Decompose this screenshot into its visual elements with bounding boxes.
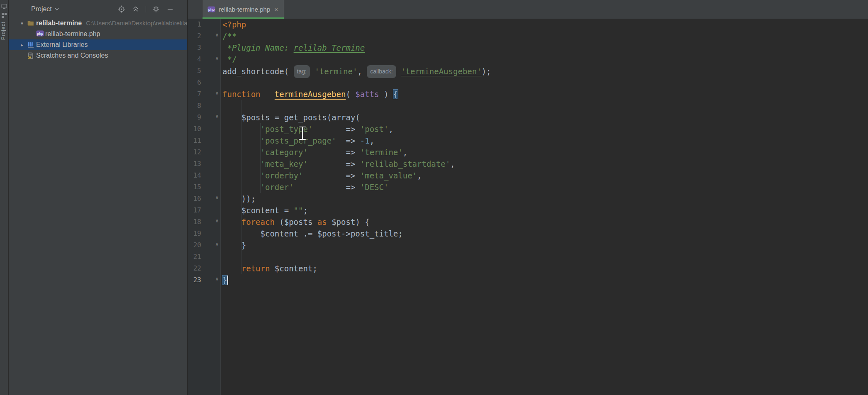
tree-item-relilab-termine-php[interactable]: phprelilab-termine.php bbox=[9, 29, 187, 39]
code-token: )); bbox=[222, 194, 256, 203]
code-token: , bbox=[370, 136, 374, 145]
code-line-14[interactable]: 'orderby' => 'meta_value', bbox=[221, 170, 868, 181]
fold-expand-icon[interactable]: ∨ bbox=[214, 90, 220, 96]
chevron-expanded-icon[interactable]: ▾ bbox=[19, 20, 25, 27]
line-number: 5 bbox=[188, 67, 201, 75]
line-number: 13 bbox=[188, 160, 201, 168]
code-line-3[interactable]: *Plugin Name: relilab Termine bbox=[221, 42, 868, 54]
editor-tab-bar: php relilab-termine.php × bbox=[188, 0, 868, 19]
code-line-6[interactable] bbox=[221, 77, 868, 88]
code-line-16[interactable]: )); bbox=[221, 193, 868, 205]
code-line-11[interactable]: 'posts_per_page' => -1, bbox=[221, 135, 868, 146]
line-number: 20 bbox=[188, 241, 201, 249]
scratch-icon bbox=[27, 52, 34, 59]
stripe-icon-top[interactable] bbox=[1, 3, 7, 9]
fold-end-icon[interactable]: ∧ bbox=[214, 276, 220, 282]
code-token: relilab Termine bbox=[294, 43, 365, 52]
project-panel-header: Project bbox=[9, 0, 187, 19]
code-line-4[interactable]: */ bbox=[221, 54, 868, 65]
code-line-15[interactable]: 'order' => 'DESC' bbox=[221, 181, 868, 193]
code-line-12[interactable]: 'category' => 'termine', bbox=[221, 146, 868, 158]
ide-window: Project Project bbox=[0, 0, 868, 395]
line-number: 9 bbox=[188, 113, 201, 121]
code-line-19[interactable]: $content .= $post->post_title; bbox=[221, 228, 868, 239]
code-token: 'meta_value' bbox=[360, 171, 417, 180]
chevron-collapsed-icon[interactable]: ▸ bbox=[19, 41, 25, 48]
gutter-line-18: 18∨ bbox=[188, 216, 221, 228]
text-cursor-pointer bbox=[297, 125, 308, 141]
locate-file-icon[interactable] bbox=[117, 5, 126, 13]
code-token bbox=[294, 183, 346, 192]
settings-gear-icon[interactable] bbox=[152, 5, 160, 13]
code-line-22[interactable]: return $content; bbox=[221, 263, 868, 274]
code-token bbox=[312, 124, 346, 134]
code-token: => bbox=[346, 183, 360, 192]
line-number: 1 bbox=[188, 20, 201, 28]
code-token: , bbox=[357, 67, 367, 76]
fold-end-icon[interactable]: ∧ bbox=[214, 241, 220, 247]
code-token bbox=[396, 67, 401, 76]
code-line-1[interactable]: <?php bbox=[221, 19, 868, 30]
project-panel-title: Project bbox=[31, 5, 52, 13]
line-number: 12 bbox=[188, 148, 201, 156]
gutter-line-22: 22 bbox=[188, 263, 221, 274]
tree-item-external-libraries[interactable]: ▸External Libraries bbox=[9, 39, 187, 50]
line-number: 21 bbox=[188, 253, 201, 261]
fold-expand-icon[interactable]: ∨ bbox=[214, 218, 220, 224]
stripe-icon-grid[interactable] bbox=[1, 12, 7, 18]
code-token bbox=[308, 148, 346, 157]
tab-close-icon[interactable]: × bbox=[273, 6, 278, 12]
code-token: foreach bbox=[241, 217, 275, 227]
parameter-hint-badge: tag: bbox=[294, 65, 310, 78]
code-token: $posts bbox=[284, 217, 313, 227]
fold-expand-icon[interactable]: ∨ bbox=[214, 32, 220, 38]
code-line-2[interactable]: /** bbox=[221, 30, 868, 42]
folder-icon bbox=[27, 20, 34, 27]
fold-end-icon[interactable]: ∧ bbox=[214, 195, 220, 200]
code-token: .= bbox=[298, 229, 317, 238]
code-token: ; bbox=[398, 229, 402, 238]
hide-panel-icon[interactable] bbox=[166, 5, 174, 13]
code-token: => bbox=[346, 159, 360, 168]
fold-expand-icon[interactable]: ∨ bbox=[214, 113, 220, 119]
fold-end-icon[interactable]: ∧ bbox=[214, 55, 220, 61]
gutter-line-1: 1 bbox=[188, 19, 221, 30]
gutter-line-2: 2∨ bbox=[188, 30, 221, 42]
code-token: -> bbox=[341, 229, 351, 238]
line-number: 10 bbox=[188, 125, 201, 133]
code-line-18[interactable]: foreach ($posts as $post) { bbox=[221, 216, 868, 228]
code-line-13[interactable]: 'meta_key' => 'relilab_startdate', bbox=[221, 158, 868, 170]
gutter-line-5: 5 bbox=[188, 65, 221, 77]
tab-relilab-termine-php[interactable]: php relilab-termine.php × bbox=[202, 0, 284, 19]
line-number: 17 bbox=[188, 206, 201, 214]
code-token: => bbox=[346, 148, 360, 157]
code-line-8[interactable] bbox=[221, 100, 868, 112]
gutter-line-9: 9∨ bbox=[188, 112, 221, 123]
code-line-7[interactable]: function termineAusgeben( $atts ) { bbox=[221, 88, 868, 100]
code-token: "" bbox=[294, 206, 303, 215]
tool-window-stripe-project[interactable]: Project bbox=[0, 22, 6, 40]
tab-label: relilab-termine.php bbox=[219, 6, 270, 13]
code-token bbox=[222, 148, 261, 157]
code-token: 'category' bbox=[261, 148, 308, 157]
code-token: 'post' bbox=[360, 124, 389, 134]
code-token bbox=[270, 264, 274, 273]
code-line-17[interactable]: $content = ""; bbox=[221, 205, 868, 216]
code-line-23[interactable]: } bbox=[221, 274, 868, 286]
tree-item-relilab-termine[interactable]: ▾relilab-termineC:\Users\Daniel\Desktop\… bbox=[9, 18, 187, 29]
code-token: { bbox=[393, 90, 398, 99]
gutter-line-11: 11 bbox=[188, 135, 221, 146]
project-view-selector[interactable]: Project bbox=[31, 5, 59, 13]
code-line-10[interactable]: 'post_type' => 'post', bbox=[221, 123, 868, 135]
code-token: -1 bbox=[360, 136, 370, 145]
chevron-down-icon bbox=[55, 8, 59, 10]
code-line-20[interactable]: } bbox=[221, 239, 868, 251]
code-line-5[interactable]: add_shortcode( tag: 'termine', callback:… bbox=[221, 65, 868, 77]
tree-item-scratches-and-consoles[interactable]: Scratches and Consoles bbox=[9, 50, 187, 61]
code-editor[interactable]: <?php/** *Plugin Name: relilab Termine *… bbox=[221, 19, 868, 395]
collapse-all-icon[interactable] bbox=[132, 5, 140, 13]
code-line-21[interactable] bbox=[221, 251, 868, 263]
tree-item-label: relilab-termineC:\Users\Daniel\Desktop\r… bbox=[36, 20, 187, 27]
code-line-9[interactable]: $posts = get_posts(array( bbox=[221, 112, 868, 123]
code-token bbox=[327, 217, 332, 227]
